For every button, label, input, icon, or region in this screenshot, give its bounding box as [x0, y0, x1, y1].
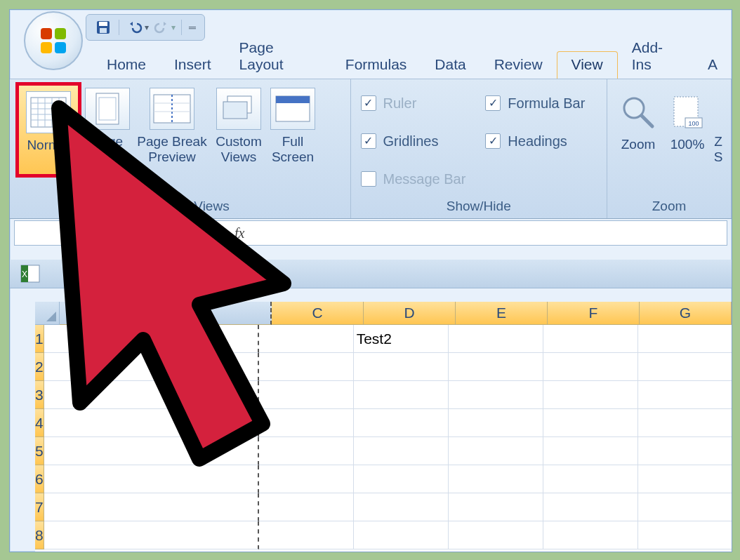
- cell[interactable]: [44, 465, 259, 493]
- cell[interactable]: [638, 353, 732, 381]
- cell[interactable]: [543, 437, 638, 465]
- save-button[interactable]: [93, 18, 113, 36]
- cell[interactable]: [638, 493, 732, 521]
- cell[interactable]: [259, 493, 354, 521]
- cell[interactable]: [354, 353, 449, 381]
- normal-view-button[interactable]: Normal: [15, 82, 81, 178]
- zoom-button[interactable]: Zoom: [613, 88, 663, 171]
- cell[interactable]: [543, 409, 638, 437]
- column-header[interactable]: C: [272, 302, 364, 325]
- cell[interactable]: [259, 465, 354, 493]
- row-header[interactable]: 1: [35, 325, 44, 353]
- cell[interactable]: Test2: [354, 325, 449, 353]
- cancel-icon: [215, 230, 220, 236]
- cell[interactable]: [44, 409, 259, 437]
- cell[interactable]: [543, 493, 638, 521]
- formula-bar-checkbox[interactable]: ✓ Formula Bar: [485, 89, 585, 117]
- sheet-row: 7: [35, 493, 732, 521]
- cell[interactable]: [543, 381, 638, 409]
- cell[interactable]: [44, 325, 259, 353]
- cell[interactable]: [449, 521, 543, 549]
- cell[interactable]: [638, 381, 732, 409]
- page-layout-button[interactable]: Page Layout: [81, 84, 133, 168]
- cell[interactable]: [354, 437, 449, 465]
- tab-formulas[interactable]: Formulas: [331, 52, 421, 79]
- cell[interactable]: [259, 437, 354, 465]
- custom-views-button[interactable]: Custom Views: [211, 84, 267, 168]
- cell[interactable]: [638, 437, 732, 465]
- row-header[interactable]: 8: [35, 521, 44, 549]
- row-header[interactable]: 7: [35, 493, 44, 521]
- name-box[interactable]: ▼: [15, 221, 208, 245]
- cell[interactable]: [543, 521, 638, 549]
- customize-qat-icon[interactable]: ═: [189, 22, 196, 33]
- cell[interactable]: [638, 409, 732, 437]
- tab-insert[interactable]: Insert: [160, 52, 225, 79]
- cell[interactable]: [44, 381, 259, 409]
- cell[interactable]: [44, 353, 259, 381]
- column-header[interactable]: F: [548, 302, 640, 325]
- zoom-selection-button[interactable]: Z S: [711, 88, 725, 168]
- tab-add-ins[interactable]: Add-Ins: [618, 35, 694, 79]
- cell[interactable]: [449, 381, 543, 409]
- cell[interactable]: [354, 493, 449, 521]
- column-header[interactable]: E: [456, 302, 548, 325]
- cell[interactable]: [449, 493, 543, 521]
- cell[interactable]: [44, 521, 259, 549]
- tab-data[interactable]: Data: [421, 52, 480, 79]
- cell[interactable]: [44, 437, 259, 465]
- cell[interactable]: [354, 409, 449, 437]
- cell[interactable]: [259, 325, 354, 353]
- cell[interactable]: [354, 521, 449, 549]
- cell[interactable]: [354, 465, 449, 493]
- cell[interactable]: [449, 437, 543, 465]
- tab-view[interactable]: View: [557, 51, 618, 79]
- row-header[interactable]: 2: [35, 353, 44, 381]
- fx-icon[interactable]: fx: [234, 225, 244, 241]
- row-header[interactable]: 3: [35, 381, 44, 409]
- cell[interactable]: [259, 353, 354, 381]
- cell[interactable]: [449, 465, 543, 493]
- cell[interactable]: [638, 521, 732, 549]
- cell[interactable]: [259, 409, 354, 437]
- select-all-corner[interactable]: [35, 302, 60, 325]
- full-screen-button[interactable]: Full Screen: [267, 84, 319, 168]
- formula-bar: ▼ fx: [14, 220, 727, 246]
- tab-home[interactable]: Home: [93, 52, 160, 79]
- cell[interactable]: [354, 381, 449, 409]
- checkbox-icon: [361, 171, 376, 187]
- cell[interactable]: [543, 325, 638, 353]
- tab-review[interactable]: Review: [480, 52, 557, 79]
- gridlines-checkbox[interactable]: ✓ Gridlines: [361, 127, 466, 155]
- tab-truncated[interactable]: A: [694, 52, 732, 79]
- column-header[interactable]: D: [364, 302, 456, 325]
- chevron-down-icon[interactable]: ▾: [145, 22, 149, 32]
- redo-button[interactable]: [152, 18, 171, 36]
- group-workbook-views: Normal Page Layout Page Break Preview: [10, 79, 351, 218]
- cell[interactable]: [638, 325, 732, 353]
- cell[interactable]: [449, 409, 543, 437]
- cell[interactable]: [543, 353, 638, 381]
- undo-button[interactable]: [125, 18, 145, 36]
- cell[interactable]: [543, 465, 638, 493]
- cell[interactable]: [259, 521, 354, 549]
- quick-access-toolbar: ▾ ▾ ═: [86, 14, 205, 41]
- cell[interactable]: [259, 381, 354, 409]
- cell[interactable]: [638, 465, 732, 493]
- headings-checkbox[interactable]: ✓ Headings: [485, 127, 585, 155]
- row-header[interactable]: 4: [35, 409, 44, 437]
- tab-page-layout[interactable]: Page Layout: [225, 35, 331, 79]
- cell[interactable]: [449, 353, 543, 381]
- page-break-preview-button[interactable]: Page Break Preview: [133, 84, 211, 168]
- column-header-hidden[interactable]: [60, 302, 272, 325]
- cell[interactable]: [44, 493, 259, 521]
- cell[interactable]: [449, 325, 543, 353]
- zoom-100-button[interactable]: 100 100%: [663, 88, 711, 171]
- svg-rect-2: [41, 42, 52, 53]
- office-button[interactable]: [24, 11, 83, 70]
- chevron-down-icon[interactable]: ▼: [190, 227, 201, 239]
- row-header[interactable]: 5: [35, 437, 44, 465]
- row-header[interactable]: 6: [35, 465, 44, 493]
- sheet-row: 4: [35, 409, 732, 437]
- column-header[interactable]: G: [640, 302, 732, 325]
